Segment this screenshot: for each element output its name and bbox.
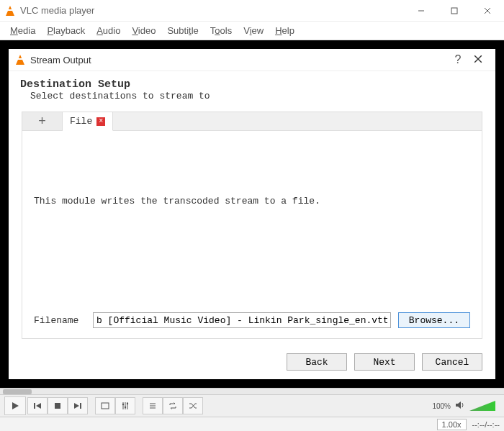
filename-label: Filename — [34, 315, 86, 326]
menu-view[interactable]: View — [239, 24, 268, 37]
next-track-button[interactable] — [68, 397, 88, 414]
stop-button[interactable] — [48, 397, 68, 414]
menu-bar: Media Playback Audio Video Subtitle Tool… — [0, 22, 504, 40]
close-button[interactable] — [471, 0, 504, 22]
speaker-icon[interactable] — [455, 400, 465, 412]
svg-point-18 — [127, 403, 128, 404]
prev-button[interactable] — [27, 397, 48, 414]
volume-percent: 100% — [432, 402, 451, 410]
main-window-titlebar: VLC media player — [0, 0, 504, 22]
menu-tools[interactable]: Tools — [206, 24, 236, 37]
seek-progress — [3, 389, 32, 394]
status-bar: 1.00x --:--/--:-- — [0, 417, 504, 431]
dialog-titlebar: Stream Output ? — [9, 49, 495, 71]
menu-video[interactable]: Video — [127, 24, 160, 37]
dialog-button-row: Back Next Cancel — [9, 346, 495, 379]
tab-file[interactable]: File × — [63, 112, 113, 131]
dialog-header: Destination Setup Select destinations to… — [9, 71, 495, 106]
browse-button[interactable]: Browse... — [398, 312, 470, 328]
svg-rect-9 — [55, 403, 60, 409]
shuffle-button[interactable] — [183, 397, 203, 414]
add-destination-tab[interactable]: + — [22, 112, 63, 130]
module-description: This module writes the transcoded stream… — [34, 196, 470, 207]
loop-button[interactable] — [163, 397, 183, 414]
playback-controls: 100% — [0, 395, 504, 417]
window-title: VLC media player — [20, 5, 405, 16]
playback-speed[interactable]: 1.00x — [437, 419, 467, 430]
seek-bar[interactable] — [0, 388, 504, 395]
vlc-cone-icon — [6, 6, 14, 16]
vlc-cone-icon — [16, 55, 24, 65]
svg-marker-10 — [74, 403, 79, 409]
svg-marker-8 — [36, 403, 41, 409]
file-tab-content: This module writes the transcoded stream… — [22, 131, 482, 338]
dialog-header-subtitle: Select destinations to stream to — [30, 91, 484, 101]
svg-rect-11 — [80, 403, 81, 409]
menu-media[interactable]: Media — [6, 24, 40, 37]
svg-point-16 — [122, 404, 124, 405]
back-button[interactable]: Back — [287, 353, 347, 371]
dialog-close-button[interactable] — [468, 53, 488, 66]
tab-file-label: File — [70, 116, 92, 127]
stream-output-dialog: Stream Output ? Destination Setup Select… — [9, 49, 495, 379]
destination-config-area: + File × This module writes the transcod… — [22, 112, 482, 339]
svg-rect-7 — [34, 403, 35, 409]
tab-file-close-icon[interactable]: × — [96, 117, 105, 126]
svg-rect-1 — [451, 8, 457, 14]
volume-slider[interactable] — [469, 401, 495, 411]
playlist-button[interactable] — [143, 397, 163, 414]
dialog-help-button[interactable]: ? — [448, 53, 468, 66]
cancel-button[interactable]: Cancel — [422, 353, 482, 371]
video-area: Stream Output ? Destination Setup Select… — [0, 40, 504, 388]
filename-field[interactable] — [93, 312, 391, 328]
next-button[interactable]: Next — [354, 353, 415, 371]
ext-settings-button[interactable] — [115, 397, 135, 414]
svg-point-17 — [125, 407, 126, 408]
dialog-header-title: Destination Setup — [20, 78, 484, 91]
menu-help[interactable]: Help — [271, 24, 299, 37]
maximize-button[interactable] — [438, 0, 471, 22]
dialog-title: Stream Output — [30, 55, 448, 65]
svg-marker-6 — [12, 402, 19, 409]
svg-rect-12 — [102, 403, 109, 409]
destination-tabs: + File × — [22, 112, 482, 131]
plus-icon: + — [38, 114, 46, 129]
menu-playback[interactable]: Playback — [42, 24, 89, 37]
menu-subtitle[interactable]: Subtitle — [163, 24, 202, 37]
play-button[interactable] — [4, 396, 26, 415]
fullscreen-button[interactable] — [95, 397, 115, 414]
playback-time: --:--/--:-- — [472, 420, 500, 429]
minimize-button[interactable] — [405, 0, 438, 22]
menu-audio[interactable]: Audio — [92, 24, 125, 37]
svg-marker-22 — [456, 401, 461, 409]
